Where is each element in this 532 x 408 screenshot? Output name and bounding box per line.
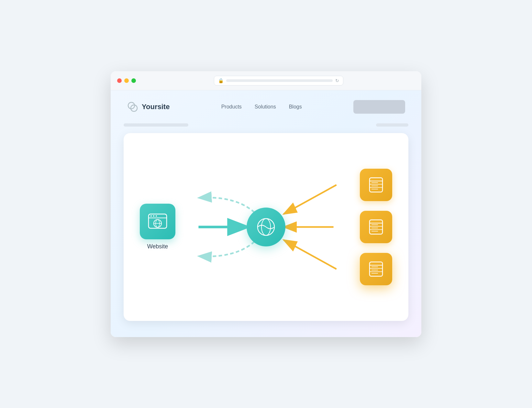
minimize-button[interactable] (124, 78, 129, 83)
title-bar: 🔒 ↻ (111, 71, 421, 90)
hub-circle (247, 208, 285, 246)
maximize-button[interactable] (131, 78, 136, 83)
hub-icon (255, 216, 277, 238)
database-icon-2 (368, 219, 384, 235)
nav-item-blogs[interactable]: Blogs (289, 104, 302, 110)
website-content: Yoursite Products Solutions Blogs (111, 90, 421, 337)
close-button[interactable] (117, 78, 122, 83)
site-name-label: Yoursite (142, 103, 170, 111)
website-node: Website (140, 204, 175, 250)
svg-point-12 (153, 215, 154, 217)
browser-window: 🔒 ↻ Yoursite Products Solutions Blogs (111, 71, 421, 337)
skeleton-bar-1 (124, 123, 188, 127)
website-label: Website (147, 243, 168, 250)
logo-icon (127, 101, 139, 113)
url-bar-fill (226, 79, 333, 82)
diagram-card: Website (124, 133, 408, 321)
svg-point-1 (131, 105, 137, 111)
nav-links: Products Solutions Blogs (221, 104, 302, 110)
svg-rect-26 (370, 220, 382, 234)
svg-point-11 (150, 215, 152, 217)
website-icon (148, 213, 167, 231)
hub-node (247, 208, 285, 246)
svg-line-3 (283, 185, 336, 214)
traffic-lights (117, 78, 136, 83)
database-box-2 (360, 211, 392, 243)
svg-rect-33 (370, 262, 382, 276)
nav-item-solutions[interactable]: Solutions (255, 104, 276, 110)
database-box-1 (360, 169, 392, 201)
svg-point-13 (156, 215, 157, 217)
site-nav: Yoursite Products Solutions Blogs (124, 100, 408, 114)
database-box-3 (360, 253, 392, 285)
site-logo: Yoursite (127, 101, 170, 113)
database-icon-3 (368, 261, 384, 278)
website-icon-box (140, 204, 175, 239)
refresh-icon[interactable]: ↻ (335, 78, 339, 83)
lock-icon: 🔒 (218, 78, 224, 83)
address-bar: 🔒 ↻ (214, 76, 343, 85)
skeleton-area (124, 123, 408, 127)
diagram-area: Website (140, 146, 392, 308)
svg-line-5 (283, 240, 336, 269)
databases-column (360, 169, 392, 285)
skeleton-bar-2 (376, 123, 408, 127)
database-icon-1 (368, 176, 384, 193)
nav-cta-button[interactable] (353, 100, 405, 114)
svg-rect-19 (370, 178, 382, 192)
nav-item-products[interactable]: Products (221, 104, 242, 110)
svg-point-0 (128, 102, 135, 109)
